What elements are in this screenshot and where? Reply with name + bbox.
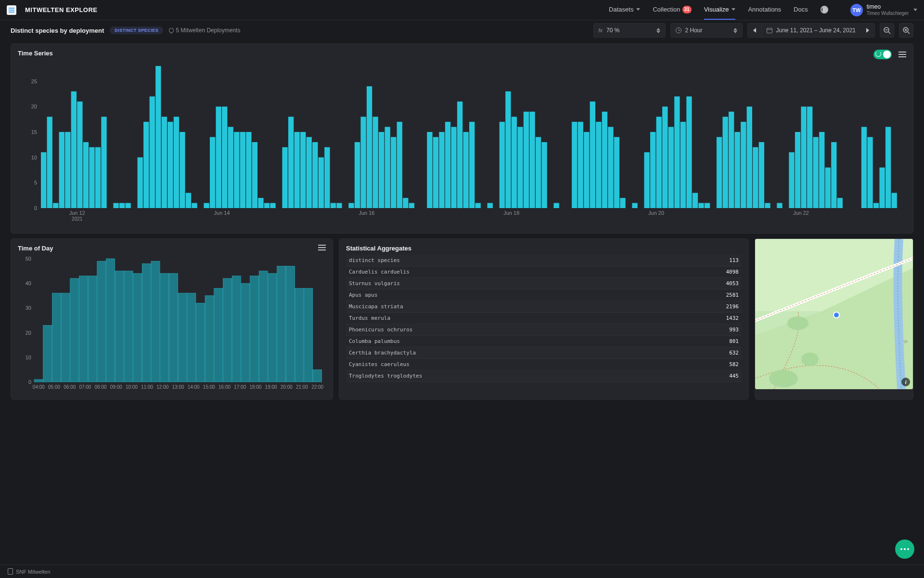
svg-rect-29 (150, 96, 155, 208)
svg-text:08:00: 08:00 (95, 384, 107, 390)
theme-toggle[interactable] (821, 0, 828, 20)
svg-rect-107 (693, 193, 698, 208)
svg-rect-36 (192, 203, 197, 208)
auto-refresh-toggle[interactable] (873, 50, 892, 59)
timeseries-title: Time Series (18, 50, 906, 57)
panel-menu-button[interactable] (318, 245, 326, 250)
pin-icon (168, 27, 175, 34)
svg-text:13:00: 13:00 (172, 384, 184, 390)
svg-rect-115 (747, 106, 752, 208)
map-info-button[interactable]: i (901, 378, 910, 386)
svg-rect-103 (668, 127, 674, 208)
svg-text:50: 50 (26, 256, 31, 262)
svg-rect-163 (160, 274, 169, 382)
svg-rect-54 (312, 142, 318, 208)
svg-rect-118 (765, 203, 770, 208)
date-range-select[interactable]: June 11, 2021 – June 24, 2021 (762, 23, 860, 38)
svg-rect-56 (324, 147, 330, 208)
svg-rect-124 (813, 137, 819, 209)
user-menu[interactable]: TW timeoTimeo Wullschieger (850, 4, 917, 16)
nav-annotations[interactable]: Annotations (748, 0, 781, 20)
panel-menu-button[interactable] (898, 52, 906, 57)
svg-rect-40 (222, 106, 227, 208)
zoom-reset-button[interactable] (899, 23, 913, 38)
svg-rect-134 (891, 193, 897, 208)
svg-rect-166 (187, 293, 196, 382)
svg-rect-92 (590, 102, 595, 208)
svg-rect-26 (125, 203, 130, 208)
theme-icon (821, 6, 828, 13)
dataset-chip[interactable]: DISTINCT SPECIES (110, 26, 163, 34)
stats-value: 632 (729, 350, 739, 356)
stats-name: Troglodytes troglodytes (349, 373, 422, 379)
svg-rect-169 (214, 288, 223, 382)
svg-rect-125 (819, 132, 824, 208)
svg-rect-102 (662, 106, 667, 208)
stats-value: 445 (729, 373, 739, 379)
svg-rect-89 (572, 122, 577, 208)
svg-text:40: 40 (26, 280, 31, 286)
svg-rect-75 (457, 102, 462, 208)
nav-docs[interactable]: Docs (794, 0, 808, 20)
svg-text:Jun 18: Jun 18 (503, 210, 519, 216)
svg-text:09:00: 09:00 (110, 384, 122, 390)
stats-value: 113 (729, 257, 739, 263)
svg-text:Jun 12: Jun 12 (69, 210, 85, 216)
deployments-link[interactable]: 5 Mitwelten Deployments (169, 27, 240, 34)
svg-rect-87 (541, 142, 547, 208)
svg-text:06:00: 06:00 (64, 384, 76, 390)
fab-more-button[interactable] (895, 539, 914, 559)
timeofday-title: Time of Day (18, 245, 326, 252)
svg-text:14:00: 14:00 (188, 384, 200, 390)
timeseries-chart[interactable]: 0510152025Jun 122021Jun 14Jun 16Jun 18Ju… (18, 59, 906, 227)
svg-rect-113 (735, 132, 740, 208)
stats-table: distinct species113Carduelis carduelis40… (346, 255, 742, 382)
svg-rect-112 (729, 112, 734, 208)
map-view[interactable]: S i (755, 239, 913, 389)
svg-rect-93 (596, 122, 601, 208)
svg-rect-117 (759, 142, 764, 208)
svg-text:15:00: 15:00 (203, 384, 215, 390)
svg-rect-39 (216, 106, 221, 208)
svg-rect-105 (680, 122, 686, 208)
svg-rect-94 (602, 112, 607, 208)
bucket-select[interactable]: 2 Hour (670, 23, 743, 38)
svg-rect-50 (288, 117, 294, 208)
stats-value: 2196 (726, 303, 739, 310)
svg-text:2021: 2021 (72, 216, 83, 222)
stats-row: Sturnus vulgaris4053 (346, 278, 742, 289)
svg-rect-30 (155, 66, 161, 208)
svg-rect-19 (77, 102, 82, 208)
svg-rect-130 (867, 137, 873, 209)
svg-rect-78 (475, 203, 481, 208)
collection-count-badge: 31 (682, 6, 692, 13)
svg-rect-77 (469, 122, 475, 208)
svg-rect-90 (578, 122, 583, 208)
stats-name: Cyanistes caeruleus (349, 361, 410, 368)
stats-name: Certhia brachydactyla (349, 350, 416, 356)
svg-rect-55 (319, 158, 324, 208)
svg-line-1 (888, 32, 890, 34)
confidence-select[interactable]: fx70 % (593, 23, 666, 38)
svg-rect-59 (348, 203, 354, 208)
zoom-out-button[interactable] (880, 23, 894, 38)
date-prev-button[interactable] (747, 23, 762, 38)
svg-rect-106 (686, 96, 692, 208)
svg-text:Jun 14: Jun 14 (214, 210, 230, 216)
fx-icon: fx (599, 27, 603, 33)
svg-rect-176 (277, 266, 286, 382)
nav-visualize[interactable]: Visualize (704, 0, 736, 20)
svg-rect-162 (151, 261, 160, 382)
svg-text:21:00: 21:00 (296, 384, 308, 390)
svg-rect-121 (795, 132, 800, 208)
zoom-reset-icon (902, 26, 910, 34)
svg-rect-71 (433, 137, 438, 209)
map-panel: S i (755, 238, 913, 400)
svg-rect-35 (186, 193, 191, 208)
nav-collection[interactable]: Collection31 (653, 0, 691, 20)
timeofday-chart[interactable]: 0102030405004:0005:0006:0007:0008:0009:0… (18, 254, 326, 394)
date-next-button[interactable] (860, 23, 875, 38)
stats-row: Muscicapa striata2196 (346, 301, 742, 313)
nav-datasets[interactable]: Datasets (609, 0, 640, 20)
svg-text:0: 0 (34, 205, 37, 211)
